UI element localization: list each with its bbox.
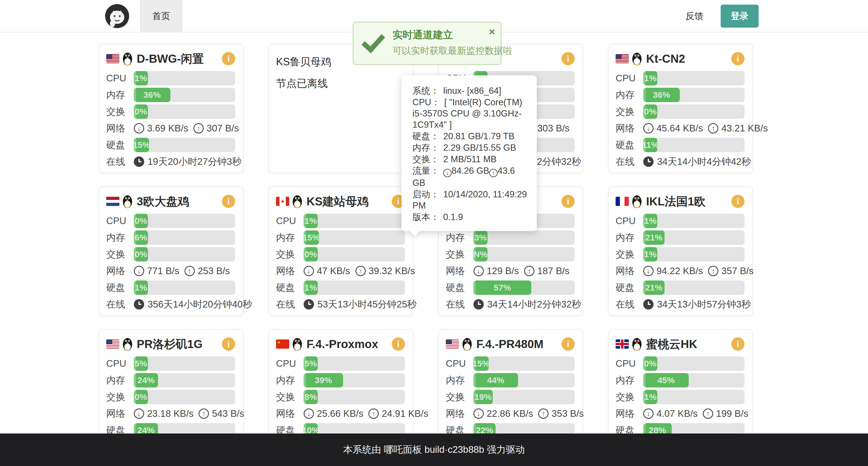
cpu-row: CPU 1% xyxy=(106,71,235,86)
memory-bar-fill: 21% xyxy=(643,230,664,245)
country-flag-icon xyxy=(616,54,629,63)
tab-home-label: 首页 xyxy=(152,10,170,22)
disk-bar-fill: 15% xyxy=(134,138,149,152)
cpu-label: CPU xyxy=(616,73,643,84)
memory-bar-fill: 15% xyxy=(304,230,319,245)
tooltip-memory-value: 2.29 GB/15.55 GB xyxy=(443,143,516,153)
info-icon[interactable]: i xyxy=(731,195,745,208)
info-icon[interactable]: i xyxy=(731,52,745,65)
tooltip-swap-value: 2 MB/511 MB xyxy=(443,154,497,164)
cpu-bar-fill: 0% xyxy=(643,357,657,371)
network-download-value: 22.86 KB/s xyxy=(487,408,533,419)
download-arrow-icon: ↓ xyxy=(304,408,314,419)
cpu-bar-track: 15% xyxy=(473,357,575,371)
memory-bar-fill: 36% xyxy=(134,88,170,102)
linux-tux-icon xyxy=(291,195,303,208)
traffic-upload-icon: ↑ xyxy=(489,169,498,177)
cpu-bar-fill: 5% xyxy=(134,357,148,371)
memory-label: 内存 xyxy=(616,231,643,244)
memory-bar-fill: 3% xyxy=(473,230,488,245)
cpu-bar-fill: 5% xyxy=(304,357,318,371)
feedback-link[interactable]: 反馈 xyxy=(685,10,703,22)
cpu-label: CPU xyxy=(276,215,304,226)
disk-label: 硬盘 xyxy=(616,281,643,294)
linux-tux-icon xyxy=(631,337,643,351)
info-icon[interactable]: i xyxy=(222,337,235,351)
uptime-label: 在线 xyxy=(446,298,473,311)
info-icon[interactable]: i xyxy=(222,52,235,65)
server-name: 3欧大盘鸡 xyxy=(137,194,189,209)
info-icon[interactable]: i xyxy=(392,337,405,351)
uptime-label: 在线 xyxy=(616,298,643,311)
tab-home[interactable]: 首页 xyxy=(140,0,182,32)
clock-icon xyxy=(134,299,144,309)
cpu-label: CPU xyxy=(106,73,134,84)
info-icon[interactable]: i xyxy=(561,52,575,65)
uptime-label: 在线 xyxy=(276,298,304,311)
uptime-label: 在线 xyxy=(616,155,643,168)
upload-arrow-icon: ↑ xyxy=(708,266,718,276)
linux-tux-icon xyxy=(631,52,643,66)
linux-tux-icon xyxy=(122,337,133,351)
server-name: PR洛杉矶1G xyxy=(137,336,203,352)
swap-label: 交换 xyxy=(616,391,643,404)
cpu-bar-track: 5% xyxy=(134,357,235,371)
memory-row: 内存 3% xyxy=(446,230,575,245)
server-card: D-BWG-闲置 i D-BWG-闲置 CPU 1% 内存 36% 交换 xyxy=(99,44,244,173)
download-arrow-icon: ↓ xyxy=(643,266,654,276)
info-icon[interactable]: i xyxy=(561,337,575,351)
country-flag-icon xyxy=(106,197,119,206)
network-row: 网络 ↓ 22.86 KB/s ↑ 353 B/s xyxy=(446,406,575,421)
upload-arrow-icon: ↑ xyxy=(193,123,204,133)
network-upload-value: 39.32 KB/s xyxy=(369,266,415,276)
site-logo-avatar[interactable] xyxy=(105,4,129,28)
memory-bar-fill: 44% xyxy=(473,373,518,388)
tooltip-version-line: 版本：0.1.9 xyxy=(412,211,529,223)
swap-bar-track: 0% xyxy=(134,104,235,119)
disk-bar-fill: 57% xyxy=(473,280,531,295)
disk-row: 硬盘 21% xyxy=(616,280,745,295)
swap-bar-fill: 0% xyxy=(134,104,148,119)
info-icon[interactable]: i xyxy=(561,195,575,208)
footer-bar: 本系统由 哪吒面板 build·c23b88b 强力驱动 xyxy=(0,433,868,466)
swap-label: 交换 xyxy=(446,248,473,261)
server-stats: CPU 1% 内存 36% 交换 0% 网络 ↓ 45.64 KB/ xyxy=(616,71,745,169)
memory-label: 内存 xyxy=(106,231,134,244)
download-arrow-icon: ↓ xyxy=(473,408,484,419)
network-label: 网络 xyxy=(106,265,134,277)
tooltip-boot-label: 启动： xyxy=(412,189,439,199)
disk-row: 硬盘 1% xyxy=(106,280,235,295)
disk-bar-track: 15% xyxy=(134,138,235,152)
swap-row: 交换 0% xyxy=(106,390,235,404)
server-stats: CPU 0% 内存 6% 交换 0% 网络 ↓ 771 B/s xyxy=(106,214,235,311)
memory-row: 内存 6% xyxy=(106,230,235,245)
swap-label: 交换 xyxy=(106,391,134,404)
info-icon[interactable]: i xyxy=(222,195,235,208)
cpu-label: CPU xyxy=(276,358,304,369)
network-label: 网络 xyxy=(276,407,304,420)
tooltip-disk-value: 20.81 GB/1.79 TB xyxy=(443,131,515,141)
cpu-row: CPU 15% xyxy=(446,357,575,371)
uptime-value: 19天20小时27分钟3秒 xyxy=(148,155,242,168)
swap-bar-track: 0% xyxy=(134,390,235,404)
cpu-row: CPU 0% xyxy=(106,214,235,228)
server-stats: CPU 1% 内存 21% 交换 1% 网络 ↓ 94.22 KB/ xyxy=(616,214,745,311)
memory-row: 内存 15% xyxy=(276,230,405,245)
server-name: KS建站母鸡 xyxy=(307,194,369,209)
memory-bar-track: 24% xyxy=(134,373,235,388)
memory-bar-track: 45% xyxy=(643,373,745,388)
network-label: 网络 xyxy=(276,265,304,277)
swap-bar-fill: 0% xyxy=(134,390,148,404)
disk-label: 硬盘 xyxy=(616,139,643,152)
tooltip-disk-label: 硬盘： xyxy=(412,131,439,141)
uptime-value: 34天14小时2分钟32秒 xyxy=(487,298,581,311)
server-card-header: KS建站母鸡 i xyxy=(276,193,405,210)
network-upload-value: 543 B/s xyxy=(212,408,244,419)
network-row: 网络 ↓ 25.66 KB/s ↑ 24.91 KB/s xyxy=(276,406,405,421)
disk-bar-fill: 21% xyxy=(643,280,664,295)
login-button[interactable]: 登录 xyxy=(721,5,758,28)
close-icon[interactable]: × xyxy=(489,26,495,38)
linux-tux-icon xyxy=(631,195,643,208)
info-icon[interactable]: i xyxy=(731,337,745,351)
server-name: 蜜桃云HK xyxy=(646,336,698,352)
